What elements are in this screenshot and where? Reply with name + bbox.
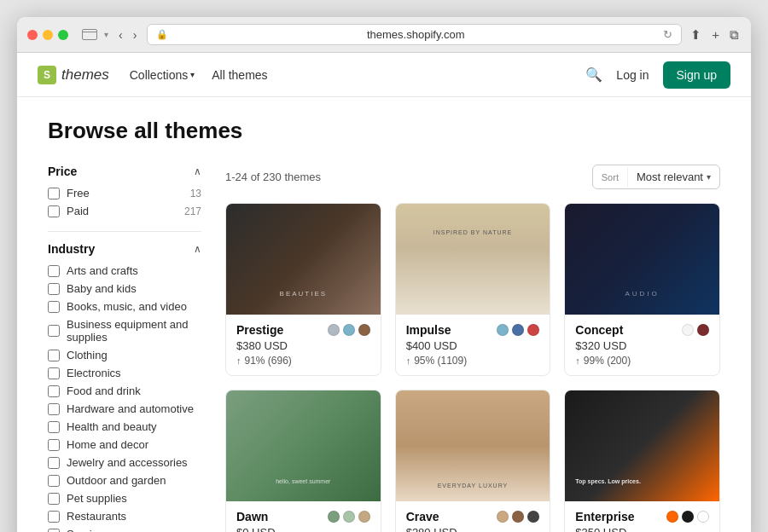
collections-nav-link[interactable]: Collections ▾ [130, 68, 195, 82]
filter-item-clothing[interactable]: Clothing [48, 349, 201, 361]
signup-button[interactable]: Sign up [663, 61, 730, 89]
theme-info-crave: Crave $280 USD ↑ [396, 501, 550, 532]
search-icon[interactable]: 🔍 [585, 66, 602, 83]
nav-links: Collections ▾ All themes [130, 68, 566, 82]
forward-button[interactable]: › [130, 26, 141, 43]
filter-item-business[interactable]: Business equipment and supplies [48, 318, 201, 344]
address-bar[interactable]: 🔒 themes.shopify.com ↻ [147, 24, 682, 45]
theme-grid: Prestige $380 USD ↑ [225, 203, 720, 532]
sort-control[interactable]: Sort Most relevant ▾ [592, 165, 720, 189]
filter-checkbox-home[interactable] [48, 439, 60, 451]
theme-card-enterprise[interactable]: Enterprise $350 USD ↑ [564, 390, 720, 532]
filter-checkbox-outdoor[interactable] [48, 475, 60, 487]
theme-card-dawn[interactable]: Dawn $0 USD ↑ [225, 390, 381, 532]
color-dot [682, 511, 694, 523]
page-title: Browse all themes [48, 118, 720, 144]
sort-select[interactable]: Most relevant ▾ [628, 165, 719, 188]
filter-checkbox-restaurants[interactable] [48, 511, 60, 523]
filter-label-services: Services [67, 528, 201, 532]
theme-price-dawn: $0 USD [236, 526, 370, 532]
filter-checkbox-food[interactable] [48, 385, 60, 397]
all-themes-nav-link[interactable]: All themes [212, 68, 267, 82]
price-filter-chevron-icon: ∧ [194, 165, 201, 177]
color-dot [682, 324, 694, 336]
filter-item-paid[interactable]: Paid 217 [48, 205, 201, 217]
sort-value-text: Most relevant [637, 171, 703, 183]
new-tab-button[interactable]: + [710, 26, 721, 43]
theme-card-concept[interactable]: Concept $320 USD ↑ 99% (200) [564, 203, 720, 376]
browser-chrome: ▾ ‹ › 🔒 themes.shopify.com ↻ ⬆ + ⧉ [17, 17, 751, 53]
login-link[interactable]: Log in [616, 68, 649, 82]
theme-card-crave[interactable]: Crave $280 USD ↑ [395, 390, 551, 532]
filter-item-electronics[interactable]: Electronics [48, 367, 201, 379]
shopify-logo[interactable]: S themes [38, 66, 109, 84]
filter-count-free: 13 [190, 188, 201, 200]
color-dot [328, 511, 340, 523]
nav-right: 🔍 Log in Sign up [585, 61, 730, 89]
back-button[interactable]: ‹ [115, 26, 126, 43]
content-area: 1-24 of 230 themes Sort Most relevant ▾ [225, 165, 720, 532]
theme-colors-dawn [328, 511, 370, 523]
price-filter-title: Price [48, 165, 77, 178]
filter-checkbox-books[interactable] [48, 301, 60, 313]
filter-item-jewelry[interactable]: Jewelry and accessories [48, 456, 201, 469]
filter-item-baby[interactable]: Baby and kids [48, 282, 201, 295]
theme-colors-impulse [497, 324, 539, 336]
filter-item-health[interactable]: Health and beauty [48, 420, 201, 433]
close-button[interactable] [27, 30, 38, 40]
theme-card-prestige[interactable]: Prestige $380 USD ↑ [225, 203, 381, 376]
theme-info-enterprise: Enterprise $350 USD ↑ [565, 501, 719, 532]
tabs-icon [82, 29, 97, 40]
theme-name-enterprise: Enterprise [575, 510, 634, 523]
theme-name-impulse: Impulse [406, 323, 451, 337]
theme-rating-text-concept: 99% (200) [584, 355, 631, 367]
filter-checkbox-services[interactable] [48, 529, 60, 533]
filter-checkbox-jewelry[interactable] [48, 457, 60, 469]
color-dot [512, 511, 524, 523]
color-dot [343, 324, 355, 336]
theme-thumb-crave [396, 390, 550, 501]
filter-checkbox-electronics[interactable] [48, 367, 60, 379]
rating-icon: ↑ [575, 356, 580, 366]
filter-item-hardware[interactable]: Hardware and automotive [48, 402, 201, 415]
filter-checkbox-arts[interactable] [48, 265, 60, 277]
maximize-button[interactable] [58, 30, 68, 40]
filter-checkbox-business[interactable] [48, 325, 60, 337]
theme-name-row-dawn: Dawn [236, 510, 370, 523]
filter-checkbox-paid[interactable] [48, 205, 60, 217]
filter-checkbox-free[interactable] [48, 188, 60, 200]
color-dot [497, 511, 509, 523]
color-dot [527, 324, 539, 336]
industry-filter-header[interactable]: Industry ∧ [48, 242, 201, 256]
filter-item-outdoor[interactable]: Outdoor and garden [48, 474, 201, 487]
filter-checkbox-clothing[interactable] [48, 350, 60, 361]
filter-label-clothing: Clothing [67, 349, 201, 361]
theme-info-prestige: Prestige $380 USD ↑ [226, 315, 381, 375]
filter-label-food: Food and drink [67, 385, 201, 397]
filter-item-home[interactable]: Home and decor [48, 438, 201, 451]
theme-rating-prestige: ↑ 91% (696) [236, 355, 370, 367]
rating-icon: ↑ [406, 356, 411, 366]
filter-checkbox-health[interactable] [48, 421, 60, 433]
filter-item-arts[interactable]: Arts and crafts [48, 264, 201, 277]
rating-icon: ↑ [236, 356, 241, 366]
minimize-button[interactable] [43, 30, 53, 40]
filter-item-free[interactable]: Free 13 [48, 187, 201, 200]
filter-item-pet[interactable]: Pet supplies [48, 492, 201, 505]
theme-name-row-enterprise: Enterprise [575, 510, 709, 523]
theme-card-impulse[interactable]: Impulse $400 USD ↑ [395, 203, 551, 376]
theme-price-concept: $320 USD [575, 339, 709, 352]
filter-checkbox-hardware[interactable] [48, 403, 60, 415]
tabs-overview-button[interactable]: ⧉ [728, 26, 741, 44]
price-filter-header[interactable]: Price ∧ [48, 165, 201, 178]
reload-icon[interactable]: ↻ [663, 28, 672, 41]
share-button[interactable]: ⬆ [689, 26, 703, 44]
filter-item-food[interactable]: Food and drink [48, 385, 201, 397]
filter-item-restaurants[interactable]: Restaurants [48, 510, 201, 523]
color-dot [358, 511, 370, 523]
filter-checkbox-pet[interactable] [48, 493, 60, 505]
theme-price-prestige: $380 USD [236, 339, 370, 352]
filter-checkbox-baby[interactable] [48, 283, 60, 295]
filter-item-books[interactable]: Books, music, and video [48, 300, 201, 313]
filter-item-services[interactable]: Services [48, 528, 201, 532]
